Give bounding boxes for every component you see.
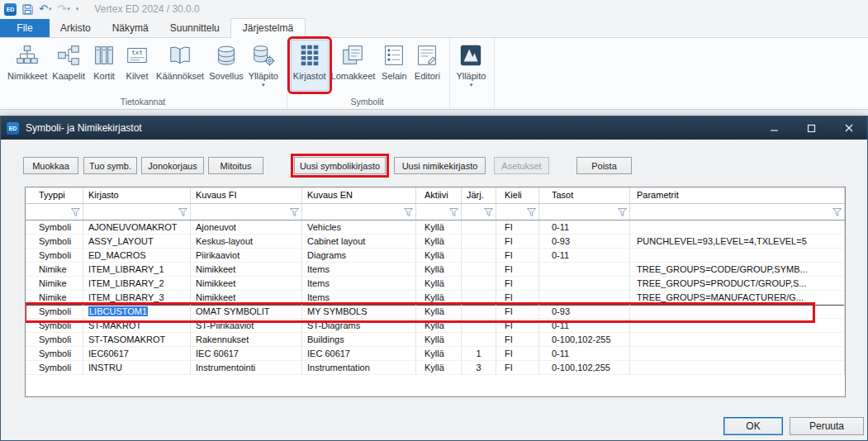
ribbon-button-ylläpito[interactable]: Ylläpito▾ [453,40,488,91]
filter-cell-kuvaus-fi[interactable] [191,204,302,220]
ribbon-button-ylläpito[interactable]: Ylläpito▾ [246,40,281,91]
ribbon-button-kaapelit[interactable]: Kaapelit [50,40,88,91]
filter-cell-kuvaus-en[interactable] [302,204,416,220]
dialog-titlebar[interactable]: ED Symboli- ja Nimikekirjastot [1,116,867,140]
column-header-aktiivi[interactable]: Aktiivi [416,187,462,203]
ok-button[interactable]: OK [723,417,783,435]
org-chart-icon [14,41,40,69]
column-header-parametrit[interactable]: Parametrit [630,187,845,203]
toolbar-button-jonokorjaus[interactable]: Jonokorjaus [141,157,204,174]
ribbon-button-lomakkeet[interactable]: Lomakkeet [329,40,378,91]
table-row-ajoneuvomakrot[interactable]: SymboliAJONEUVOMAKROTAjoneuvotVehiclesKy… [26,220,845,235]
ribbon-button-käännökset[interactable]: Käännökset [154,40,206,91]
tab-näkymä[interactable]: Näkymä [102,19,159,37]
maximize-button[interactable] [793,116,830,140]
table-cell: Buildings [302,333,416,347]
ribbon: NimikkeetKaapelitKortittxtKilvetKäännöks… [0,37,868,110]
toolbar-button-uusi-symbolikirjasto[interactable]: Uusi symbolikirjasto [294,157,386,174]
table-row-ed-macros[interactable]: SymboliED_MACROSPiirikaaviotDiagramsKyll… [26,249,845,263]
symbol-grid-icon [296,41,323,69]
ribbon-button-label: Kilvet [126,71,149,81]
filter-cell-kieli[interactable] [496,204,539,220]
toolbar-button-poista[interactable]: Poista [576,157,632,174]
column-header-järj[interactable]: Järj. [462,187,496,203]
table-row-item-library-1[interactable]: NimikeITEM_LIBRARY_1NimikkeetItemsKylläF… [26,263,845,277]
dialog-logo-icon: ED [7,122,19,135]
filter-funnel-icon[interactable] [527,208,536,216]
table-cell: INSTRU [83,361,191,375]
ribbon-button-selain[interactable]: Selain [377,40,410,91]
browser-list-icon [381,41,407,69]
column-header-tyyppi[interactable]: Tyyppi [26,187,83,203]
close-button[interactable] [830,116,867,140]
ribbon-button-kilvet[interactable]: txtKilvet [121,40,154,91]
filter-funnel-icon[interactable] [178,208,187,216]
table-cell [462,333,496,347]
column-header-kirjasto[interactable]: Kirjasto [83,187,191,203]
cancel-button[interactable]: Peruuta [790,417,864,435]
tab-file[interactable]: File [0,19,50,37]
minimize-icon [770,124,779,133]
table-cell: TREE_GROUPS=CODE/GROUP,SYMB... [630,263,845,277]
table-cell: Items [302,263,416,277]
toolbar-button-uusi-nimikekirjasto[interactable]: Uusi nimikekirjasto [394,157,486,174]
filter-cell-tasot[interactable] [539,204,630,220]
ribbon-button-nimikkeet[interactable]: Nimikkeet [5,40,50,91]
ribbon-button-sovellus[interactable]: Sovellus [206,40,246,91]
column-header-kuvaus-fi[interactable]: Kuvaus FI [191,187,302,203]
table-cell: 0-11 [539,220,630,235]
ribbon-button-label: Kaapelit [52,71,85,81]
filter-funnel-icon[interactable] [618,208,627,216]
app-titlebar: ED ↶ ▾ ↷ ▾ ▾ Vertex ED 2024 / 30.0.0 [0,0,868,18]
ribbon-button-kirjastot[interactable]: Kirjastot [291,40,329,91]
ribbon-button-label: Käännökset [156,71,204,81]
filter-funnel-icon[interactable] [449,208,458,216]
toolbar-button-mitoitus[interactable]: Mitoitus [208,157,263,174]
redo-button[interactable]: ↷ ▾ [57,3,69,15]
table-row-instru[interactable]: SymboliINSTRUInstrumentointiInstrumentat… [26,361,845,375]
table-cell: FI [496,347,539,361]
customize-toolbar-button[interactable]: ▾ [76,6,79,12]
table-row-item-library-3[interactable]: NimikeITEM_LIBRARY_3NimikkeetItemsKylläF… [26,291,845,305]
filter-cell-aktiivi[interactable] [416,204,462,220]
tab-järjestelmä[interactable]: Järjestelmä [230,18,306,38]
filter-funnel-icon[interactable] [484,208,493,216]
ribbon-group-label [453,95,488,109]
table-row-st-makrot[interactable]: SymboliST-MAKROTST-PiirikaaviotST-Diagra… [26,319,845,333]
filter-funnel-icon[interactable] [832,208,842,216]
tab-arkisto[interactable]: Arkisto [50,19,102,37]
table-cell: FI [496,319,539,333]
table-row-libcustom1[interactable]: SymboliLIBCUSTOM1OMAT SYMBOLITMY SYMBOLS… [26,305,845,319]
filter-funnel-icon[interactable] [290,208,299,216]
table-cell: Kyllä [416,319,462,333]
table-row-st-tasomakrot[interactable]: SymboliST-TASOMAKROTRakennuksetBuildings… [26,333,845,347]
filter-cell-tyyppi[interactable] [26,204,83,220]
table-row-assy-layout[interactable]: SymboliASSY_LAYOUTKeskus-layoutCabinet l… [26,235,845,249]
table-cell: FI [496,220,539,235]
column-header-kieli[interactable]: Kieli [496,187,539,203]
save-button[interactable] [22,4,33,15]
table-cell [630,305,845,319]
filter-funnel-icon[interactable] [404,208,413,216]
table-cell [539,277,630,291]
ribbon-button-editori[interactable]: Editori [410,40,443,91]
tab-suunnittelu[interactable]: Suunnittelu [159,19,230,37]
column-header-kuvaus-en[interactable]: Kuvaus EN [302,187,416,203]
filter-cell-parametrit[interactable] [630,204,845,220]
undo-button[interactable]: ↶ ▾ [39,3,51,15]
filter-cell-kirjasto[interactable] [83,204,191,220]
table-cell: OMAT SYMBOLIT [191,305,302,319]
table-row-iec60617[interactable]: SymboliIEC60617IEC 60617IEC 60617Kyllä1F… [26,347,845,361]
table-cell: 0-100,102,255 [539,361,630,375]
table-cell: Items [302,291,416,305]
table-cell: FI [496,305,539,319]
filter-cell-järj[interactable] [462,204,496,220]
filter-funnel-icon[interactable] [71,208,80,216]
column-header-tasot[interactable]: Tasot [539,187,630,203]
toolbar-button-muokkaa[interactable]: Muokkaa [23,157,78,174]
minimize-button[interactable] [756,116,793,140]
ribbon-button-kortit[interactable]: Kortit [88,40,121,91]
table-cell: Instrumentation [302,361,416,375]
toolbar-button-tuo-symb[interactable]: Tuo symb. [83,157,137,174]
table-row-item-library-2[interactable]: NimikeITEM_LIBRARY_2NimikkeetItemsKylläF… [26,277,845,291]
